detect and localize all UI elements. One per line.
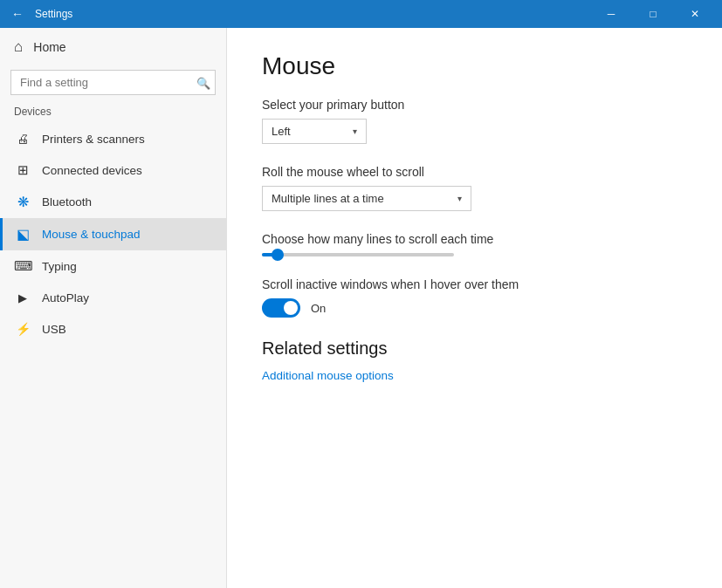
- back-button[interactable]: ←: [7, 3, 28, 24]
- app-body: Home 🔍 Devices Printers & scanners Conne…: [0, 28, 722, 588]
- bluetooth-label: Bluetooth: [42, 195, 92, 209]
- scroll-wheel-value: Multiple lines at a time: [272, 192, 384, 205]
- toggle-knob: [284, 301, 298, 315]
- primary-button-group: Select your primary button Left ▾: [262, 98, 687, 144]
- printers-label: Printers & scanners: [42, 133, 145, 146]
- primary-dropdown-arrow: ▾: [353, 126, 357, 136]
- sidebar: Home 🔍 Devices Printers & scanners Conne…: [0, 28, 227, 588]
- sidebar-section-devices: Devices: [0, 102, 226, 123]
- usb-icon: [14, 321, 31, 337]
- scroll-wheel-label: Roll the mouse wheel to scroll: [262, 165, 687, 179]
- page-title: Mouse: [262, 52, 687, 80]
- primary-button-value: Left: [272, 125, 291, 138]
- mouse-icon: [14, 226, 31, 243]
- sidebar-item-home[interactable]: Home: [0, 28, 226, 66]
- sidebar-item-mouse[interactable]: Mouse & touchpad: [0, 218, 226, 250]
- scroll-dropdown-arrow: ▾: [457, 194, 462, 203]
- slider-track: [262, 253, 454, 256]
- autoplay-icon: [14, 290, 31, 305]
- sidebar-item-autoplay[interactable]: AutoPlay: [0, 282, 226, 313]
- app-title: Settings: [35, 8, 72, 20]
- scroll-lines-label: Choose how many lines to scroll each tim…: [262, 232, 687, 246]
- primary-button-label: Select your primary button: [262, 98, 687, 112]
- usb-label: USB: [42, 323, 66, 336]
- typing-label: Typing: [42, 260, 77, 273]
- window-controls: ─ □ ✕: [591, 0, 715, 28]
- minimize-button[interactable]: ─: [591, 0, 631, 28]
- related-settings-group: Related settings Additional mouse option…: [262, 338, 687, 382]
- home-label: Home: [33, 40, 65, 54]
- scroll-inactive-label: Scroll inactive windows when I hover ove…: [262, 277, 687, 291]
- maximize-button[interactable]: □: [633, 0, 673, 28]
- additional-mouse-link[interactable]: Additional mouse options: [262, 369, 687, 382]
- scroll-inactive-toggle[interactable]: [262, 298, 300, 318]
- sidebar-item-usb[interactable]: USB: [0, 313, 226, 345]
- scroll-lines-slider-container: [262, 253, 687, 256]
- autoplay-label: AutoPlay: [42, 291, 89, 304]
- slider-thumb[interactable]: [272, 249, 284, 261]
- close-button[interactable]: ✕: [675, 0, 715, 28]
- typing-icon: [14, 258, 31, 274]
- sidebar-item-printers[interactable]: Printers & scanners: [0, 123, 226, 154]
- printer-icon: [14, 131, 31, 147]
- scroll-inactive-group: Scroll inactive windows when I hover ove…: [262, 277, 687, 318]
- primary-button-dropdown[interactable]: Left ▾: [262, 119, 367, 144]
- scroll-inactive-toggle-row: On: [262, 298, 687, 318]
- mouse-label: Mouse & touchpad: [42, 228, 141, 241]
- main-panel: Mouse Select your primary button Left ▾ …: [227, 28, 722, 588]
- titlebar-left: ← Settings: [7, 3, 72, 24]
- home-icon: [14, 38, 23, 56]
- scroll-lines-group: Choose how many lines to scroll each tim…: [262, 232, 687, 256]
- scroll-wheel-dropdown[interactable]: Multiple lines at a time ▾: [262, 186, 471, 211]
- related-title: Related settings: [262, 338, 687, 359]
- toggle-state-text: On: [311, 302, 326, 315]
- search-icon: 🔍: [196, 76, 210, 89]
- sidebar-item-typing[interactable]: Typing: [0, 250, 226, 282]
- scroll-wheel-group: Roll the mouse wheel to scroll Multiple …: [262, 165, 687, 211]
- sidebar-item-connected[interactable]: Connected devices: [0, 154, 226, 186]
- titlebar: ← Settings ─ □ ✕: [0, 0, 722, 28]
- sidebar-item-bluetooth[interactable]: Bluetooth: [0, 186, 226, 218]
- bluetooth-icon: [14, 194, 31, 210]
- search-box: 🔍: [10, 70, 216, 95]
- connected-icon: [14, 162, 31, 178]
- search-input[interactable]: [10, 70, 216, 95]
- connected-label: Connected devices: [42, 164, 142, 177]
